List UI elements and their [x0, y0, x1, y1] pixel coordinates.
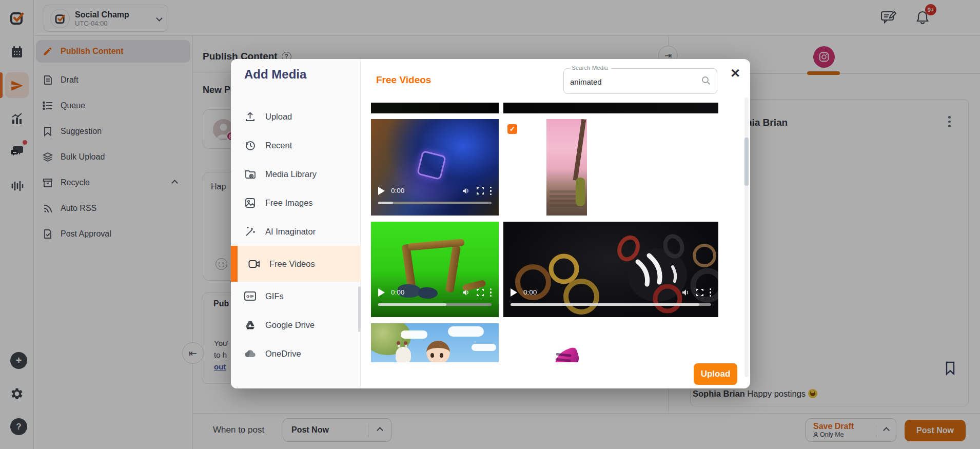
video-progress[interactable] [378, 202, 492, 204]
video-results-grid: 0:00 ✓ [371, 96, 718, 362]
media-item-fish[interactable] [503, 323, 718, 362]
video-menu-icon[interactable] [490, 288, 492, 297]
video-progress[interactable] [378, 303, 492, 306]
magic-wand-icon [244, 226, 256, 238]
modal-title: Add Media [244, 67, 306, 82]
results-scrollbar-thumb[interactable] [744, 138, 749, 186]
nav-item-onedrive[interactable]: OneDrive [231, 339, 361, 368]
onedrive-cloud-icon [244, 348, 256, 360]
speaker-icon[interactable] [462, 289, 471, 296]
fish-art [551, 346, 582, 362]
nav-item-upload[interactable]: Upload [231, 102, 361, 131]
close-icon[interactable]: ✕ [727, 65, 744, 82]
play-icon[interactable] [511, 288, 517, 297]
google-drive-icon [244, 319, 256, 331]
media-source-nav: Add Media Upload Recent Media Library Fr… [231, 59, 361, 388]
search-input[interactable] [570, 75, 688, 88]
nav-item-free-images[interactable]: Free Images [231, 188, 361, 217]
video-item-cartoon-girl[interactable] [371, 323, 499, 362]
search-icon[interactable] [701, 76, 711, 85]
fullscreen-icon[interactable] [477, 289, 484, 296]
girl-art [426, 341, 450, 362]
nav-item-recent[interactable]: Recent [231, 131, 361, 160]
add-media-modal: Add Media Upload Recent Media Library Fr… [231, 59, 750, 388]
video-item-greenscreen[interactable]: 0:00 [371, 222, 499, 317]
video-time: 0:00 [391, 288, 404, 296]
nav-item-free-videos[interactable]: Free Videos [231, 246, 361, 282]
video-item-rings[interactable]: 0:00 [503, 222, 718, 317]
image-icon [244, 197, 256, 209]
speaker-icon[interactable] [682, 289, 690, 296]
video-menu-icon[interactable] [490, 187, 492, 196]
video-camera-icon [248, 258, 260, 270]
fractal-art [417, 150, 446, 180]
video-thumb-partial-right[interactable] [503, 103, 718, 113]
video-item-fractal[interactable]: 0:00 [371, 119, 499, 216]
play-icon[interactable] [378, 187, 385, 195]
giraffe-art [396, 347, 411, 362]
folder-media-icon [244, 168, 256, 180]
fullscreen-icon[interactable] [696, 289, 703, 296]
upload-button[interactable]: Upload [694, 363, 737, 385]
history-clock-icon [244, 140, 256, 151]
upload-icon [244, 111, 256, 123]
video-progress[interactable] [511, 303, 711, 306]
selected-checkbox[interactable]: ✓ [507, 124, 517, 134]
play-icon[interactable] [378, 288, 385, 297]
nav-item-ai-imaginator[interactable]: AI Imaginator [231, 217, 361, 246]
video-menu-icon[interactable] [710, 288, 712, 297]
media-item-blossom[interactable]: ✓ [503, 119, 718, 216]
video-time: 0:00 [391, 187, 404, 194]
gif-icon: GIF [244, 291, 256, 301]
nav-item-gifs[interactable]: GIF GIFs [231, 282, 361, 310]
app-window: + ? Social Champ UTC-04:00 9+ Publish Co… [0, 0, 980, 449]
nav-scrollbar-thumb[interactable] [358, 286, 361, 332]
fullscreen-icon[interactable] [477, 187, 484, 194]
free-videos-heading: Free Videos [376, 74, 431, 86]
nav-item-media-library[interactable]: Media Library [231, 160, 361, 188]
speaker-icon[interactable] [462, 187, 471, 194]
search-media-field: Search Media [563, 68, 717, 94]
video-time: 0:00 [523, 288, 537, 296]
nav-item-google-drive[interactable]: Google Drive [231, 310, 361, 339]
search-field-label: Search Media [569, 65, 611, 71]
video-thumb-partial-left[interactable] [371, 103, 499, 113]
blossom-image[interactable] [546, 119, 587, 216]
